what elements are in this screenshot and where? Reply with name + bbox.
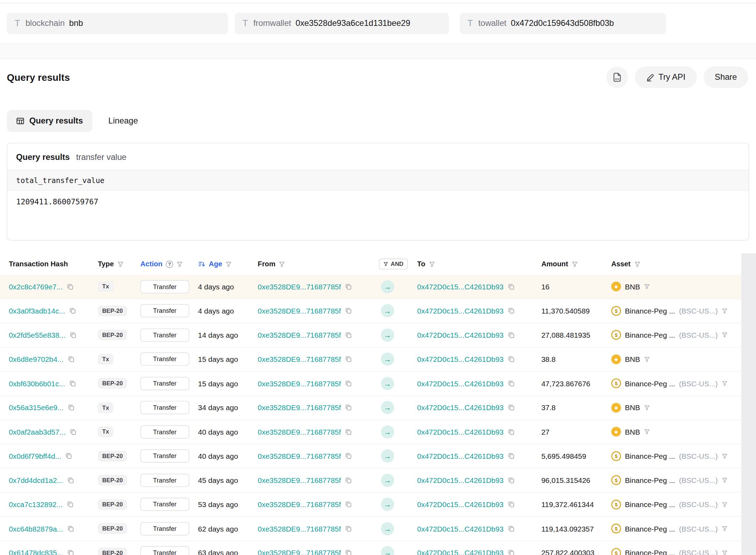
copy-icon[interactable] — [507, 356, 515, 363]
and-filter-badge[interactable]: AND — [379, 259, 408, 269]
asset-filter-icon[interactable] — [644, 284, 650, 290]
copy-icon[interactable] — [66, 501, 74, 508]
asset-filter-icon[interactable] — [722, 477, 728, 483]
filter-chip-towallet[interactable]: T towallet 0x472d0c159643d508fb03b — [460, 13, 666, 34]
asset-filter-icon[interactable] — [644, 405, 650, 410]
copy-icon[interactable] — [345, 307, 352, 315]
to-address-link[interactable]: 0x472D0c15...C4261Db93 — [417, 331, 504, 339]
filter-icon[interactable] — [279, 261, 285, 267]
copy-icon[interactable] — [66, 283, 74, 290]
copy-icon[interactable] — [68, 356, 75, 363]
copy-icon[interactable] — [345, 501, 352, 508]
copy-icon[interactable] — [345, 428, 352, 436]
transaction-hash-link[interactable]: 0x3a0f3adb14c... — [9, 307, 65, 315]
info-icon[interactable]: ? — [166, 260, 173, 268]
asset-filter-icon[interactable] — [722, 332, 728, 338]
filter-icon[interactable] — [572, 261, 578, 267]
copy-icon[interactable] — [345, 477, 352, 484]
copy-icon[interactable] — [67, 525, 74, 532]
copy-icon[interactable] — [69, 380, 76, 387]
copy-icon[interactable] — [507, 428, 515, 436]
tab-lineage[interactable]: Lineage — [108, 116, 138, 126]
asset-filter-icon[interactable] — [722, 501, 728, 507]
to-address-link[interactable]: 0x472D0c15...C4261Db93 — [417, 307, 504, 315]
filter-icon[interactable] — [117, 261, 124, 267]
from-address-link[interactable]: 0xe3528DE9...71687785f — [258, 403, 341, 412]
from-address-link[interactable]: 0xe3528DE9...71687785f — [258, 549, 341, 555]
asset-filter-icon[interactable] — [722, 550, 728, 555]
to-address-link[interactable]: 0x472D0c15...C4261Db93 — [417, 500, 504, 509]
filter-icon[interactable] — [177, 261, 183, 267]
copy-icon[interactable] — [345, 356, 352, 363]
try-api-button[interactable]: Try API — [635, 66, 697, 88]
transaction-hash-link[interactable]: 0x6d8e9702b4... — [9, 355, 63, 364]
transaction-hash-link[interactable]: 0x7dd4dcd1a2... — [9, 476, 63, 484]
asset-filter-icon[interactable] — [722, 526, 728, 532]
copy-icon[interactable] — [507, 452, 515, 460]
copy-icon[interactable] — [507, 477, 515, 484]
copy-icon[interactable] — [345, 331, 352, 339]
transaction-hash-link[interactable]: 0x2c8c4769e7... — [9, 282, 63, 291]
from-address-link[interactable]: 0xe3528DE9...71687785f — [258, 379, 341, 388]
from-address-link[interactable]: 0xe3528DE9...71687785f — [258, 282, 341, 291]
to-address-link[interactable]: 0x472D0c15...C4261Db93 — [417, 452, 504, 460]
filter-icon[interactable] — [634, 261, 640, 267]
export-csv-button[interactable]: csv — [606, 66, 628, 88]
copy-icon[interactable] — [507, 307, 515, 315]
filter-chip-fromwallet[interactable]: T fromwallet 0xe3528de93a6ce1d131bee29 — [235, 13, 449, 34]
copy-icon[interactable] — [507, 404, 515, 411]
sort-descending-icon[interactable] — [198, 260, 205, 268]
transaction-hash-link[interactable]: 0x0af2aab3d57... — [9, 428, 65, 436]
to-address-link[interactable]: 0x472D0c15...C4261Db93 — [417, 549, 504, 555]
from-address-link[interactable]: 0xe3528DE9...71687785f — [258, 331, 341, 339]
copy-icon[interactable] — [507, 283, 515, 290]
asset-filter-icon[interactable] — [722, 308, 728, 314]
copy-icon[interactable] — [507, 501, 515, 508]
filter-chip-blockchain[interactable]: T blockchain bnb — [7, 13, 228, 34]
to-address-link[interactable]: 0x472D0c15...C4261Db93 — [417, 282, 504, 291]
asset-filter-icon[interactable] — [644, 356, 650, 362]
from-address-link[interactable]: 0xe3528DE9...71687785f — [258, 500, 341, 509]
copy-icon[interactable] — [345, 549, 352, 555]
to-address-link[interactable]: 0x472D0c15...C4261Db93 — [417, 355, 504, 364]
copy-icon[interactable] — [345, 452, 352, 460]
copy-icon[interactable] — [65, 452, 72, 460]
transaction-hash-link[interactable]: 0xbf630b6b01c... — [9, 379, 65, 388]
to-address-link[interactable]: 0x472D0c15...C4261Db93 — [417, 379, 504, 388]
copy-icon[interactable] — [507, 549, 515, 555]
transaction-hash-link[interactable]: 0x61478dc835... — [9, 549, 63, 555]
copy-icon[interactable] — [345, 525, 352, 532]
filter-icon[interactable] — [429, 261, 435, 267]
to-address-link[interactable]: 0x472D0c15...C4261Db93 — [417, 525, 504, 533]
copy-icon[interactable] — [345, 404, 352, 411]
to-address-link[interactable]: 0x472D0c15...C4261Db93 — [417, 403, 504, 412]
copy-icon[interactable] — [69, 331, 77, 339]
transaction-hash-link[interactable]: 0x2fd5e55e838... — [9, 331, 65, 339]
asset-filter-icon[interactable] — [722, 380, 728, 386]
copy-icon[interactable] — [69, 307, 76, 315]
tab-query-results[interactable]: Query results — [7, 110, 92, 132]
copy-icon[interactable] — [67, 477, 74, 484]
transaction-hash-link[interactable]: 0xca7c132892... — [9, 500, 63, 509]
transaction-hash-link[interactable]: 0xc64b82879a... — [9, 525, 63, 533]
copy-icon[interactable] — [68, 404, 75, 411]
copy-icon[interactable] — [69, 428, 77, 436]
from-address-link[interactable]: 0xe3528DE9...71687785f — [258, 428, 341, 436]
from-address-link[interactable]: 0xe3528DE9...71687785f — [258, 476, 341, 484]
transaction-hash-link[interactable]: 0x0d6f79bff4d... — [9, 452, 61, 460]
from-address-link[interactable]: 0xe3528DE9...71687785f — [258, 355, 341, 364]
copy-icon[interactable] — [345, 283, 352, 290]
copy-icon[interactable] — [507, 525, 515, 532]
copy-icon[interactable] — [67, 549, 74, 555]
transaction-hash-link[interactable]: 0x56a315e6e9... — [9, 403, 63, 412]
copy-icon[interactable] — [345, 380, 352, 387]
share-button[interactable]: Share — [704, 66, 748, 88]
from-address-link[interactable]: 0xe3528DE9...71687785f — [258, 307, 341, 315]
asset-filter-icon[interactable] — [644, 429, 650, 435]
copy-icon[interactable] — [507, 380, 515, 387]
to-address-link[interactable]: 0x472D0c15...C4261Db93 — [417, 476, 504, 484]
asset-filter-icon[interactable] — [722, 453, 728, 459]
to-address-link[interactable]: 0x472D0c15...C4261Db93 — [417, 428, 504, 436]
from-address-link[interactable]: 0xe3528DE9...71687785f — [258, 525, 341, 533]
filter-icon[interactable] — [226, 261, 232, 267]
